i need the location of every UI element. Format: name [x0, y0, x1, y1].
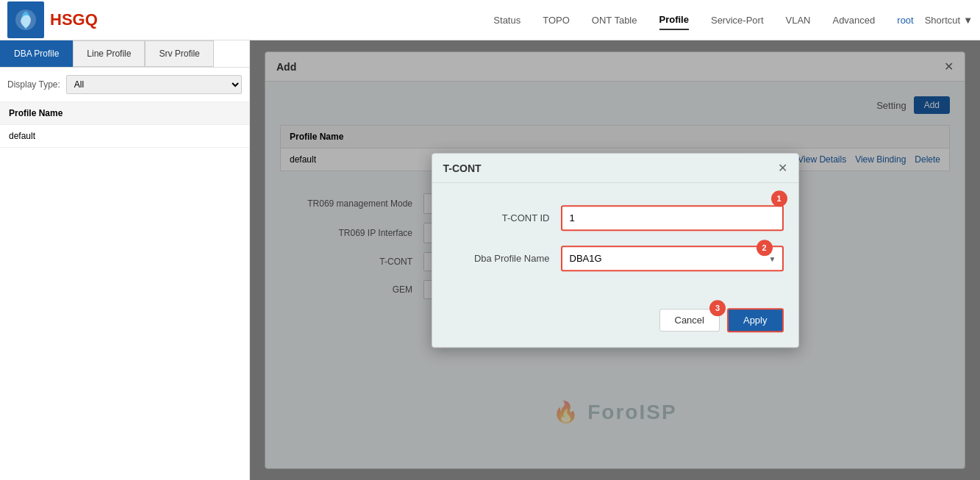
nav-links: Status TOPO ONT Table Profile Service-Po…	[493, 10, 875, 30]
sidebar: DBA Profile Line Profile Srv Profile Dis…	[0, 40, 250, 480]
tcont-modal-title: T-CONT	[443, 162, 482, 174]
dba-profile-row: Dba Profile Name DBA1G	[447, 246, 784, 271]
tcont-modal-header: T-CONT ✕	[432, 154, 798, 183]
main-content: DBA Profile Line Profile Srv Profile Dis…	[0, 40, 980, 480]
sidebar-tab-line-profile[interactable]: Line Profile	[73, 40, 145, 67]
badge-2: 2	[757, 240, 773, 256]
shortcut-chevron-icon: ▼	[963, 15, 973, 26]
top-navigation: HSGQ Status TOPO ONT Table Profile Servi…	[0, 0, 980, 40]
badge-1: 1	[771, 190, 787, 207]
sidebar-tab-srv-profile[interactable]: Srv Profile	[145, 40, 213, 67]
dba-select-wrapper: DBA1G	[561, 246, 784, 271]
nav-status[interactable]: Status	[493, 11, 521, 29]
apply-wrapper: 3 Cancel	[659, 309, 720, 332]
sidebar-tab-dba-profile[interactable]: DBA Profile	[0, 40, 73, 67]
tcont-id-input[interactable]	[561, 205, 784, 231]
logo-icon	[7, 1, 44, 38]
badge-3: 3	[709, 300, 726, 316]
nav-user: root	[897, 15, 913, 26]
sidebar-tabs: DBA Profile Line Profile Srv Profile	[0, 40, 249, 68]
apply-btn-wrapper: Apply	[727, 308, 784, 332]
right-panel: Add ✕ Setting Add Profile Name default V…	[250, 40, 980, 480]
dba-profile-label: Dba Profile Name	[447, 253, 550, 264]
tcont-modal-body: 1 T-CONT ID 2 Dba Profile Name	[432, 183, 798, 301]
tcont-id-row: T-CONT ID	[447, 205, 784, 231]
tcont-id-label: T-CONT ID	[447, 212, 550, 223]
nav-ont-table[interactable]: ONT Table	[592, 11, 637, 29]
nav-vlan[interactable]: VLAN	[786, 11, 811, 29]
nav-profile[interactable]: Profile	[659, 10, 689, 30]
tcont-apply-button[interactable]: Apply	[727, 308, 784, 332]
tcont-modal-footer: 3 Cancel Apply	[432, 301, 798, 347]
sidebar-filter: Display Type: All	[0, 68, 249, 102]
nav-service-port[interactable]: Service-Port	[711, 11, 764, 29]
display-type-select[interactable]: All	[66, 75, 242, 94]
shortcut-label: Shortcut	[925, 15, 960, 26]
nav-shortcut[interactable]: Shortcut ▼	[925, 15, 973, 26]
tcont-modal: T-CONT ✕ 1 T-CONT ID 2 Db	[432, 153, 799, 348]
sidebar-table-header: Profile Name	[0, 102, 249, 125]
logo-area: HSGQ	[7, 1, 98, 38]
nav-topo[interactable]: TOPO	[543, 11, 570, 29]
display-type-label: Display Type:	[7, 79, 60, 90]
tcont-modal-close-button[interactable]: ✕	[778, 161, 787, 175]
sidebar-row-default: default	[0, 125, 249, 148]
dba-profile-select[interactable]: DBA1G	[561, 246, 784, 271]
logo-text: HSGQ	[50, 10, 98, 29]
dba-row-wrapper: 2 Dba Profile Name DBA1G	[447, 246, 784, 271]
nav-advanced[interactable]: Advanced	[832, 11, 875, 29]
